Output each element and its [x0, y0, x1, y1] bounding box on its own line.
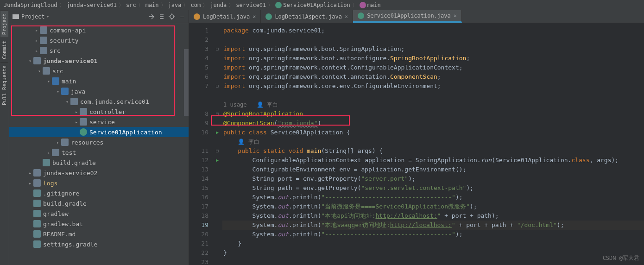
- close-icon[interactable]: ×: [253, 13, 256, 20]
- tree-node[interactable]: build.gradle: [9, 158, 189, 168]
- select-opened-file-icon[interactable]: [148, 13, 155, 20]
- file-icon: [33, 210, 41, 217]
- left-gutter: ProjectCommitPull Requests: [0, 10, 9, 265]
- tree-node[interactable]: ▾junda-service01: [9, 56, 189, 66]
- tree-node[interactable]: ▸logs: [9, 178, 189, 188]
- file-icon: [194, 13, 200, 20]
- close-icon[interactable]: ×: [454, 13, 457, 19]
- tree-node[interactable]: gradlew.bat: [9, 219, 189, 229]
- code-line[interactable]: System.out.println("--------------------…: [222, 230, 644, 239]
- editor-tab[interactable]: LogDetail.java×: [189, 10, 261, 23]
- code-line[interactable]: [222, 258, 644, 265]
- tree-label: src: [50, 47, 60, 54]
- breadcrumb: JundaSpringCloud〉junda-service01〉src〉mai…: [0, 0, 644, 10]
- scrollbar[interactable]: [184, 49, 189, 116]
- code-line[interactable]: System.out.println("本地swagger访问地址:http:/…: [222, 221, 644, 230]
- tree-node[interactable]: README.md: [9, 229, 189, 239]
- editor-tab[interactable]: LogDetailAspect.java×: [261, 10, 353, 23]
- sidebar-header: Project ▾ —: [9, 10, 189, 23]
- tree-node[interactable]: gradlew: [9, 208, 189, 219]
- tree-node[interactable]: ▸src: [9, 45, 189, 56]
- folder-icon: [40, 26, 47, 34]
- code-line[interactable]: @ComponentScan("com.junda"): [222, 119, 644, 128]
- code-line[interactable]: System.out.println("本地api访问地址:http://loc…: [222, 211, 644, 221]
- tree-node[interactable]: Service01Application: [9, 127, 189, 137]
- code-line[interactable]: String port = env.getProperty("server.po…: [222, 174, 644, 183]
- tree-node[interactable]: ▸controller: [9, 107, 189, 117]
- code-line[interactable]: import org.springframework.context.annot…: [222, 72, 644, 82]
- code-line[interactable]: System.out.println("--------------------…: [222, 193, 644, 202]
- tree-node[interactable]: ▸service: [9, 117, 189, 127]
- tree-node[interactable]: ▸resources: [9, 137, 189, 147]
- editor[interactable]: 1234567 8910 11121314151617181920212223 …: [189, 23, 644, 265]
- tree-label: test: [62, 149, 76, 156]
- tree-node[interactable]: ▸security: [9, 35, 189, 45]
- code-line[interactable]: System.out.println("当前微服务是====Service01A…: [222, 202, 644, 211]
- breadcrumb-segment[interactable]: service01: [236, 2, 266, 8]
- file-icon: [33, 200, 41, 207]
- file-icon: [33, 230, 41, 238]
- file-icon: [33, 220, 41, 227]
- tree-node[interactable]: ▾main: [9, 76, 189, 86]
- breadcrumb-segment[interactable]: junda: [210, 2, 227, 8]
- code-line[interactable]: [222, 35, 644, 44]
- tree-node[interactable]: settings.gradle: [9, 239, 189, 249]
- code-area[interactable]: package com.junda.service01; import org.…: [222, 23, 644, 265]
- project-label: Project: [21, 13, 45, 20]
- tree-node[interactable]: ▸test: [9, 147, 189, 158]
- code-line[interactable]: ConfigurableEnvironment env = applicatio…: [222, 165, 644, 174]
- file-icon: [43, 159, 50, 166]
- tree-node[interactable]: ▸junda-service02: [9, 168, 189, 178]
- code-line[interactable]: [222, 91, 644, 100]
- code-line[interactable]: import org.springframework.boot.autoconf…: [222, 54, 644, 63]
- file-icon: [265, 13, 272, 20]
- code-line[interactable]: public class Service01Application {: [222, 128, 644, 137]
- breadcrumb-segment[interactable]: JundaSpringCloud: [4, 2, 57, 8]
- toolwindow-tab-pull-requests[interactable]: Pull Requests: [0, 62, 8, 108]
- expand-all-icon[interactable]: [158, 13, 165, 20]
- breadcrumb-segment[interactable]: Service01Application: [275, 2, 350, 9]
- breadcrumb-segment[interactable]: main: [360, 2, 381, 9]
- breadcrumb-segment[interactable]: java: [168, 2, 182, 8]
- tree-label: src: [52, 68, 63, 75]
- code-line[interactable]: }: [222, 248, 644, 258]
- tree-node[interactable]: ▾java: [9, 86, 189, 96]
- code-line[interactable]: }: [222, 239, 644, 248]
- code-line[interactable]: package com.junda.service01;: [222, 26, 644, 35]
- file-icon: [33, 240, 41, 248]
- tree-node[interactable]: build.gradle: [9, 198, 189, 208]
- breadcrumb-segment[interactable]: com: [190, 2, 201, 8]
- project-tree[interactable]: ▸common-api▸security▸src▾junda-service01…: [9, 23, 189, 265]
- fold-column[interactable]: ⊟⊟⊟▶⊟▶: [212, 23, 222, 265]
- code-line[interactable]: String path = env.getProperty("server.se…: [222, 183, 644, 193]
- breadcrumb-segment[interactable]: src: [126, 2, 136, 8]
- code-line[interactable]: import org.springframework.core.env.Conf…: [222, 82, 644, 91]
- project-sidebar: Project ▾ — ▸common-api▸security▸src▾jun…: [9, 10, 189, 265]
- gear-icon[interactable]: [168, 13, 176, 20]
- tree-label: java: [71, 88, 85, 95]
- tree-label: settings.gradle: [43, 241, 97, 248]
- breadcrumb-segment[interactable]: main: [145, 2, 159, 8]
- tree-node[interactable]: ▸common-api: [9, 25, 189, 35]
- tree-node[interactable]: ▾src: [9, 66, 189, 76]
- code-line[interactable]: public static void main(String[] args) {: [222, 146, 644, 156]
- file-icon: [70, 98, 78, 105]
- editor-tab[interactable]: Service01Application.java×: [353, 10, 462, 23]
- close-icon[interactable]: ×: [345, 13, 348, 20]
- editor-tabs: LogDetail.java×LogDetailAspect.java×Serv…: [189, 10, 644, 23]
- toolwindow-tab-project[interactable]: Project: [0, 10, 8, 38]
- code-line[interactable]: import org.springframework.context.Confi…: [222, 63, 644, 72]
- code-line[interactable]: ConfigurableApplicationContext applicati…: [222, 156, 644, 165]
- breadcrumb-segment[interactable]: junda-service01: [67, 2, 117, 8]
- tree-node[interactable]: .gitignore: [9, 188, 189, 198]
- folder-icon: [43, 67, 50, 75]
- code-line[interactable]: @SpringBootApplication: [222, 109, 644, 119]
- toolwindow-tab-commit[interactable]: Commit: [0, 38, 8, 62]
- tree-node[interactable]: ▾com.junda.service01: [9, 96, 189, 107]
- project-view-title[interactable]: Project ▾: [12, 13, 49, 20]
- folder-icon: [40, 47, 47, 54]
- svg-rect-0: [13, 14, 19, 19]
- code-line[interactable]: import org.springframework.boot.SpringAp…: [222, 44, 644, 54]
- file-icon: [358, 13, 364, 19]
- watermark: CSDN @军大君: [603, 254, 639, 262]
